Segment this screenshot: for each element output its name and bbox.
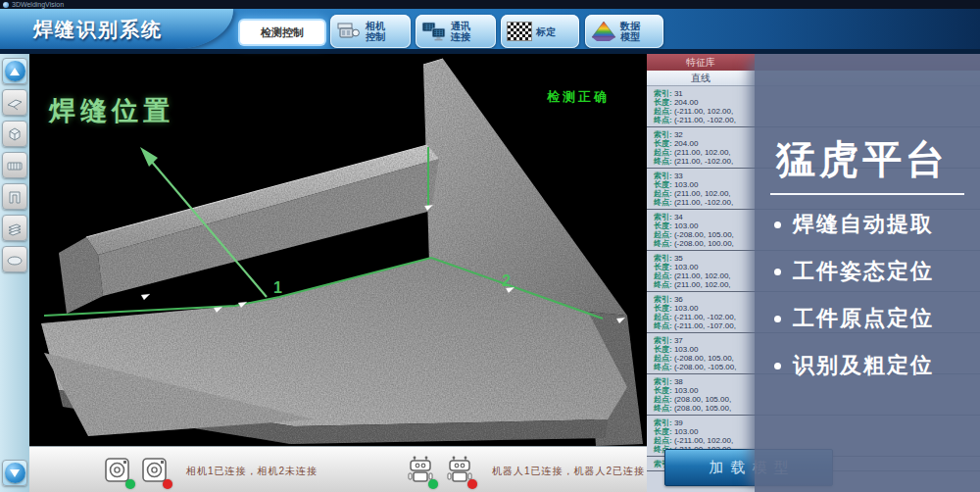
entry-field-label: 索引:: [654, 377, 674, 386]
camera2-status-dot: [163, 479, 172, 489]
entry-field-label: 终点:: [654, 239, 674, 248]
bullet-text: 焊缝自动提取: [793, 210, 934, 239]
detect-status-text: 检测正确: [547, 88, 610, 106]
entry-field-value: (211.00, -102.00,: [674, 157, 733, 166]
entry-field-value: (211.00, 102.00,: [674, 189, 731, 198]
calibration-button[interactable]: 标定: [501, 15, 579, 48]
seam-position-label: 焊缝位置: [49, 93, 174, 128]
entry-field-label: 长度:: [654, 221, 674, 230]
feature-bullet: 识别及粗定位: [770, 342, 976, 389]
sidebar-item-flat-plate[interactable]: [2, 89, 27, 116]
bullet-text: 工件姿态定位: [793, 257, 934, 286]
entry-field-value: (211.00, 102.00,: [674, 271, 731, 280]
entry-field-value: 204.00: [674, 98, 698, 107]
window-title: 3DWeldingVision: [12, 0, 64, 9]
window-titlebar: 3DWeldingVision: [0, 0, 980, 9]
feature-panel-title: 特征库: [647, 54, 755, 71]
entry-field-value: 32: [674, 130, 683, 139]
entry-field-value: 103.00: [674, 386, 698, 395]
robot1-status-dot: [428, 479, 438, 489]
entry-field-label: 起点:: [654, 230, 674, 239]
entry-field-value: (211.00, -102.00,: [674, 198, 733, 207]
scroll-up-button[interactable]: [2, 58, 27, 84]
brand-title: 猛虎平台: [776, 132, 949, 186]
entry-field-value: (-208.00, -105.00,: [674, 363, 737, 371]
entry-field-label: 索引:: [654, 295, 674, 304]
app-window: 3DWeldingVision 焊缝识别系统 检测控制 相机 控制: [0, 0, 980, 492]
feature-bullet-list: 焊缝自动提取 工件姿态定位 工件原点定位 识别及粗定位: [770, 201, 976, 389]
entry-field-value: (211.00, 102.00,: [674, 148, 731, 157]
feature-type-label: 直线: [647, 71, 755, 85]
app-logo-icon: [3, 2, 9, 8]
camera-projector-icon: [336, 21, 362, 42]
camera1-status: [103, 455, 132, 488]
entry-field-value: (-211.00, -107.00,: [674, 321, 736, 330]
entry-field-label: 终点:: [654, 280, 674, 289]
workpiece-sidebar: [0, 54, 29, 492]
entry-field-value: 204.00: [674, 139, 698, 148]
entry-field-label: 索引:: [654, 254, 674, 263]
entry-field-label: 终点:: [654, 404, 674, 413]
entry-field-value: 35: [674, 254, 683, 263]
entry-field-value: (-211.00, -102.00,: [674, 313, 736, 321]
entry-field-label: 长度:: [654, 139, 674, 148]
bullet-dot-icon: [774, 316, 781, 322]
entry-field-value: (-208.00, 105.00,: [674, 230, 734, 239]
sidebar-item-channel-beam[interactable]: [2, 183, 27, 210]
entry-field-value: 103.00: [674, 345, 698, 354]
entry-field-value: (211.00, 102.00,: [674, 280, 731, 289]
sidebar-item-round-plate[interactable]: [2, 246, 27, 272]
entry-field-value: 38: [674, 377, 683, 386]
bullet-dot-icon: [774, 363, 781, 369]
up-arrow-icon: [5, 61, 25, 81]
entry-field-label: 终点:: [654, 116, 674, 124]
entry-field-label: 索引:: [654, 172, 674, 180]
entry-field-label: 终点:: [654, 321, 674, 330]
entry-field-value: 37: [674, 336, 683, 345]
sidebar-item-box[interactable]: [2, 121, 27, 147]
entry-field-label: 长度:: [654, 427, 674, 436]
camera-control-button[interactable]: 相机 控制: [330, 15, 411, 48]
seam-arrowhead: [140, 147, 158, 167]
data-model-button[interactable]: 数据 模型: [585, 15, 663, 48]
entry-field-label: 索引:: [654, 89, 674, 98]
entry-field-value: 103.00: [674, 427, 698, 436]
entry-field-value: 103.00: [674, 180, 698, 189]
entry-field-label: 起点:: [654, 436, 674, 445]
checkerboard-icon: [507, 22, 532, 41]
button-label-line: 相机: [366, 21, 385, 31]
robot-status-text: 机器人1已连接，机器人2已连接: [492, 465, 645, 478]
entry-field-label: 起点:: [654, 271, 674, 280]
sidebar-item-stacked-plates[interactable]: [2, 215, 27, 241]
button-label-line: 连接: [451, 31, 470, 42]
robot1-status: [404, 455, 435, 488]
entry-field-label: 长度:: [654, 180, 674, 189]
pyramid-icon: [591, 21, 616, 42]
entry-field-value: (208.00, 105.00,: [674, 395, 731, 404]
camera2-status: [140, 455, 170, 488]
corrugated-panel-icon: [6, 157, 24, 174]
detect-control-button[interactable]: 检测控制: [240, 21, 324, 44]
entry-field-value: 103.00: [674, 263, 698, 271]
entry-field-label: 长度:: [654, 98, 674, 107]
sidebar-item-corrugated-panel[interactable]: [2, 152, 27, 178]
toolbar-bottom-edge: [0, 49, 980, 54]
entry-field-value: 31: [674, 89, 683, 98]
scroll-down-button[interactable]: [2, 460, 27, 486]
robot2-status-dot: [467, 479, 477, 489]
entry-field-value: 36: [674, 295, 683, 304]
comm-connect-button[interactable]: 通讯 连接: [416, 15, 496, 48]
entry-field-label: 终点:: [654, 363, 674, 371]
entry-field-value: 103.00: [674, 221, 698, 230]
entry-field-label: 起点:: [654, 313, 674, 321]
button-label-line: 标定: [536, 26, 556, 37]
entry-field-value: (-211.00, 102.00,: [674, 436, 733, 445]
entry-field-label: 终点:: [654, 198, 674, 207]
channel-beam-icon: [6, 188, 24, 206]
round-plate-icon: [6, 251, 24, 269]
entry-field-label: 长度:: [654, 386, 674, 395]
entry-field-value: 39: [674, 418, 683, 427]
entry-field-value: (-208.00, 100.00,: [674, 239, 734, 248]
connection-statusbar: 相机1已连接，相机2未连接: [29, 446, 647, 492]
entry-field-label: 长度:: [654, 263, 674, 271]
